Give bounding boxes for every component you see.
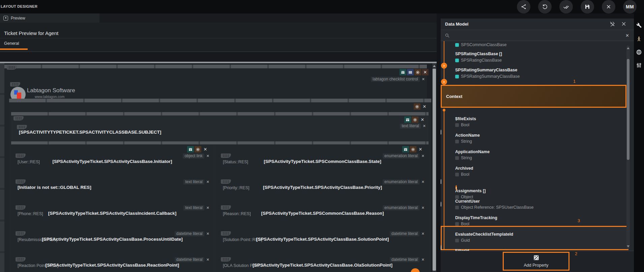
drag-handle[interactable] xyxy=(17,125,27,129)
drag-handle[interactable] xyxy=(16,154,26,158)
hierarchy-icon[interactable] xyxy=(636,36,642,42)
drag-handle[interactable] xyxy=(221,231,231,236)
class-item[interactable]: › SPSRatingClassBase [] SPSRatingClassBa… xyxy=(441,51,634,67)
remove-field-icon[interactable]: ✕ xyxy=(206,232,209,236)
drag-handle[interactable] xyxy=(13,116,24,121)
field-row[interactable]: datetime literal ✕ [Solution Point::RES]… xyxy=(216,231,429,257)
drag-handle[interactable] xyxy=(16,179,26,184)
canvas-scrollbar[interactable] xyxy=(432,63,436,272)
settings-gear-icon[interactable] xyxy=(414,103,420,110)
drag-handle[interactable] xyxy=(16,231,26,236)
field-value[interactable]: [Initiator is not set::GLOBAL RES] xyxy=(11,185,213,190)
layout-table-icon[interactable] xyxy=(402,146,409,152)
scroll-up-arrow[interactable] xyxy=(433,65,436,67)
subject-text-container[interactable]: ✕ text literal ✕ [SPSACTIVITYTYPETICKET.… xyxy=(11,112,429,141)
unpin-icon[interactable] xyxy=(610,21,615,27)
search-input[interactable] xyxy=(452,31,620,40)
field-value[interactable]: [SPSActivityTypeTicket.SPSActivityClassB… xyxy=(11,159,213,164)
field-value[interactable]: [SPSActivityTypeTicket.SPSActivityClassB… xyxy=(216,185,429,190)
settings-gear-icon[interactable] xyxy=(412,116,418,123)
context-node-highlighted[interactable]: Context xyxy=(441,85,626,108)
field-row[interactable]: datetime literal ✕ [Resubmission::RES] [… xyxy=(11,231,213,257)
remove-container-icon[interactable]: ✕ xyxy=(202,146,209,152)
field-row[interactable]: enumeration literal ✕ [Status::RES] [SPS… xyxy=(216,153,429,179)
tab-general[interactable]: General xyxy=(4,41,19,46)
clear-search-icon[interactable]: ✕ xyxy=(625,33,629,38)
layout-table-icon[interactable] xyxy=(400,69,406,75)
remove-field-icon[interactable]: ✕ xyxy=(206,206,209,210)
scroll-down-arrow[interactable] xyxy=(627,245,630,247)
field-row[interactable]: object link ✕ [User::RES] [SPSActivityTy… xyxy=(11,153,213,179)
tune-sliders-icon[interactable] xyxy=(636,62,642,68)
close-panel-icon[interactable] xyxy=(621,21,626,27)
close-button[interactable] xyxy=(602,0,615,13)
field-row[interactable]: enumeration literal ✕ [Reason::RES] [SPS… xyxy=(216,205,429,231)
save-button[interactable] xyxy=(581,0,594,13)
drag-handle[interactable] xyxy=(221,205,231,210)
field-row[interactable]: text literal ✕ [Phone::RES] [SPSActivity… xyxy=(11,205,213,231)
drag-handle[interactable] xyxy=(10,82,20,87)
field-value[interactable]: [SPSActivityTypeTicket.SPSCommonClassBas… xyxy=(216,159,429,164)
tab-preview[interactable]: Preview xyxy=(0,13,99,23)
remove-field-icon[interactable]: ✕ xyxy=(421,154,425,158)
drag-handle[interactable] xyxy=(221,257,231,262)
expand-chevron-icon[interactable]: › xyxy=(441,79,447,85)
add-property-button[interactable]: Add Property xyxy=(503,252,569,271)
layout-table-icon[interactable] xyxy=(404,116,411,123)
field-value[interactable]: [SPSActivityTypeTicket.SPSActivityClassB… xyxy=(216,263,429,268)
property-item[interactable]: Archived Bool xyxy=(441,166,634,182)
property-item[interactable]: $fileExists Bool xyxy=(441,116,634,133)
settings-gear-icon[interactable] xyxy=(414,69,421,75)
settings-gear-icon[interactable] xyxy=(410,146,416,152)
share-button[interactable] xyxy=(517,0,530,13)
property-item[interactable]: › Assignments [] Object xyxy=(441,182,634,199)
checklist-control-container[interactable]: ✕ labtagon checklist control ✕ Labtagon … xyxy=(4,68,427,272)
approve-all-button[interactable] xyxy=(559,0,573,13)
drag-handle[interactable] xyxy=(16,205,26,210)
remove-field-icon[interactable]: ✕ xyxy=(206,258,209,262)
scrollbar-thumb[interactable] xyxy=(627,59,630,160)
field-row[interactable]: datetime literal ✕ [OLA Solution Point::… xyxy=(216,257,429,272)
remove-field-icon[interactable]: ✕ xyxy=(206,180,209,184)
remove-container-icon[interactable]: ✕ xyxy=(419,116,426,123)
scroll-up-arrow[interactable] xyxy=(627,47,630,49)
layout-table-icon[interactable] xyxy=(187,146,194,152)
settings-gear-icon[interactable] xyxy=(195,146,201,152)
field-value[interactable]: [SPSActivityTypeTicket.SPSActivityClassB… xyxy=(216,237,429,242)
field-value[interactable]: [SPSActivityTypeTicket.SPSActivityClassI… xyxy=(11,211,213,216)
design-canvas[interactable]: ✕ labtagon checklist control ✕ Labtagon … xyxy=(0,63,432,272)
class-item[interactable]: SPSCommonClassBase xyxy=(441,41,634,51)
remove-field-icon[interactable]: ✕ xyxy=(421,232,425,236)
remove-tag-icon[interactable]: ✕ xyxy=(423,124,426,128)
remove-container-icon[interactable]: ✕ xyxy=(417,146,424,152)
expand-chevron-icon[interactable]: › xyxy=(456,185,457,190)
right-field-column[interactable]: ✕ enumeration literal ✕ [S xyxy=(216,144,429,272)
remove-field-icon[interactable]: ✕ xyxy=(421,180,425,184)
property-item[interactable]: EvaluateChecklistTemplateId Guid xyxy=(441,232,634,248)
property-item[interactable]: ActionName String xyxy=(441,133,634,149)
property-item[interactable]: ApplicationName String xyxy=(441,149,634,166)
tools-wrench-icon[interactable] xyxy=(636,22,642,28)
undo-button[interactable] xyxy=(538,0,552,13)
property-item[interactable]: CurrentUser Object Reference: SPSUserCla… xyxy=(441,199,634,215)
field-row[interactable]: enumeration literal ✕ [Priority::RES] [S… xyxy=(216,179,429,205)
property-item[interactable]: FilterId xyxy=(441,248,634,251)
globe-icon[interactable] xyxy=(636,49,642,55)
expand-chevron-icon[interactable]: › xyxy=(441,63,447,69)
remove-field-icon[interactable]: ✕ xyxy=(421,206,425,210)
remove-tag-icon[interactable]: ✕ xyxy=(422,77,425,81)
inner-layout-container[interactable]: ✕ xyxy=(9,99,431,272)
remove-field-icon[interactable]: ✕ xyxy=(206,154,209,158)
field-row[interactable]: text literal ✕ [Initiator is not set::GL… xyxy=(11,179,213,205)
field-value[interactable]: [SPSActivityTypeTicket.SPSActivityClassB… xyxy=(11,237,213,242)
class-item[interactable]: › SPSRatingSummaryClassBase SPSRatingSum… xyxy=(441,67,634,83)
scrollbar-thumb[interactable] xyxy=(433,69,436,271)
drag-handle[interactable] xyxy=(221,179,231,184)
panel-scrollbar[interactable] xyxy=(626,45,630,249)
remove-field-icon[interactable]: ✕ xyxy=(421,258,425,262)
field-row[interactable]: datetime literal ✕ [Reaction Point::RES]… xyxy=(11,257,213,272)
drag-handle[interactable] xyxy=(7,65,17,70)
drag-handle[interactable] xyxy=(221,154,231,158)
user-avatar[interactable]: MM xyxy=(623,0,637,13)
drag-handle[interactable] xyxy=(16,257,26,262)
